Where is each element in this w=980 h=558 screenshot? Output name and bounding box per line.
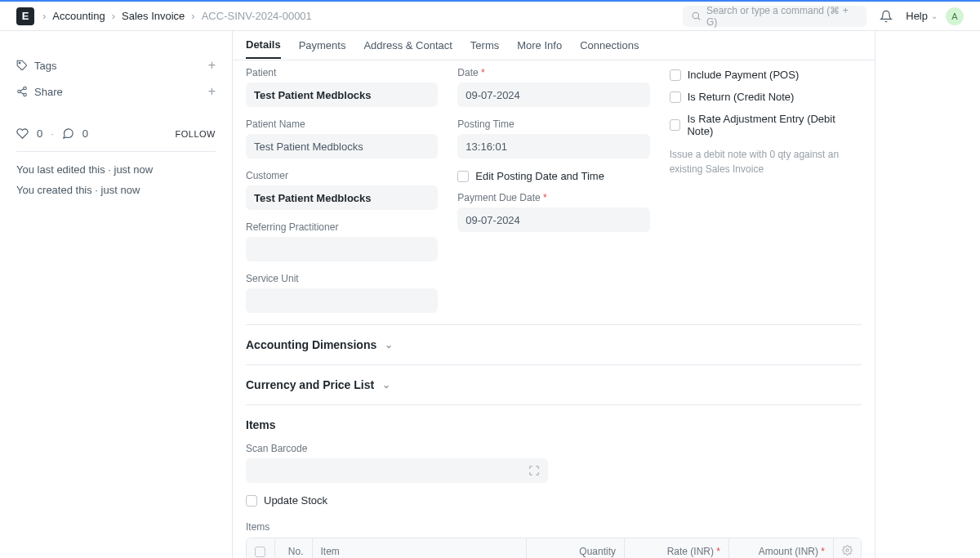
items-table: No. Item Quantity Rate (INR) * Amount (I… bbox=[246, 538, 862, 558]
checkbox-icon bbox=[670, 69, 681, 81]
is-return-checkbox[interactable]: Is Return (Credit Note) bbox=[670, 91, 862, 103]
service-unit-field[interactable] bbox=[246, 288, 438, 313]
date-label: Date * bbox=[457, 67, 649, 78]
col-item: Item bbox=[312, 538, 527, 558]
col-amount: Amount (INR) * bbox=[729, 538, 834, 558]
scan-barcode-field[interactable] bbox=[246, 458, 548, 483]
customer-label: Customer bbox=[246, 170, 438, 181]
chevron-right-icon: › bbox=[191, 10, 194, 22]
share-icon bbox=[16, 86, 28, 97]
sidebar-share-label: Share bbox=[34, 86, 63, 98]
svg-point-4 bbox=[18, 90, 21, 93]
last-edited-meta: You last edited this · just now bbox=[16, 163, 216, 176]
form-tabs: Details Payments Address & Contact Terms… bbox=[233, 31, 875, 60]
referring-practitioner-field[interactable] bbox=[246, 237, 438, 261]
update-stock-checkbox[interactable]: Update Stock bbox=[246, 494, 862, 507]
sidebar-share[interactable]: Share + bbox=[16, 78, 216, 105]
checkbox-icon bbox=[246, 495, 257, 507]
customer-field[interactable]: Test Patient Medblocks bbox=[246, 185, 438, 210]
col-no: No. bbox=[274, 538, 312, 558]
is-rate-adjustment-checkbox[interactable]: Is Rate Adjustment Entry (Debit Note) bbox=[670, 113, 862, 137]
section-currency-pricelist[interactable]: Currency and Price List ⌄ bbox=[246, 364, 862, 404]
heart-icon[interactable] bbox=[16, 127, 29, 140]
tab-payments[interactable]: Payments bbox=[299, 39, 346, 58]
user-avatar[interactable]: A bbox=[946, 7, 964, 25]
created-meta: You created this · just now bbox=[16, 184, 216, 196]
checkbox-icon bbox=[670, 92, 681, 103]
tag-icon bbox=[16, 60, 28, 71]
app-logo[interactable]: E bbox=[16, 7, 34, 25]
rate-adjustment-hint: Issue a debit note with 0 qty against an… bbox=[670, 147, 862, 176]
posting-time-field[interactable]: 13:16:01 bbox=[457, 134, 649, 158]
add-tag-button[interactable]: + bbox=[208, 58, 216, 73]
breadcrumb-sales-invoice[interactable]: Sales Invoice bbox=[122, 10, 185, 22]
checkbox-icon bbox=[457, 171, 469, 182]
payment-due-label: Payment Due Date * bbox=[457, 192, 649, 203]
include-pos-checkbox[interactable]: Include Payment (POS) bbox=[670, 69, 862, 81]
section-accounting-dimensions[interactable]: Accounting Dimensions ⌄ bbox=[246, 324, 862, 364]
add-share-button[interactable]: + bbox=[208, 84, 216, 99]
breadcrumb: › Accounting › Sales Invoice › ACC-SINV-… bbox=[42, 10, 312, 22]
date-field[interactable]: 09-07-2024 bbox=[457, 83, 649, 107]
sidebar-tags-label: Tags bbox=[34, 60, 56, 72]
follow-button[interactable]: FOLLOW bbox=[176, 129, 216, 139]
help-menu[interactable]: Help ⌄ bbox=[906, 10, 938, 22]
edit-posting-checkbox[interactable]: Edit Posting Date and Time bbox=[457, 170, 649, 182]
patient-field[interactable]: Test Patient Medblocks bbox=[246, 83, 438, 107]
svg-point-3 bbox=[24, 87, 27, 90]
breadcrumb-current: ACC-SINV-2024-00001 bbox=[202, 10, 312, 22]
section-items-title: Items bbox=[246, 404, 862, 440]
svg-line-7 bbox=[20, 92, 24, 94]
gear-icon bbox=[842, 545, 853, 556]
likes-count: 0 bbox=[37, 127, 42, 140]
svg-point-5 bbox=[24, 93, 27, 96]
chevron-right-icon: › bbox=[112, 10, 115, 22]
payment-due-field[interactable]: 09-07-2024 bbox=[457, 208, 649, 232]
patient-name-field[interactable]: Test Patient Medblocks bbox=[246, 134, 438, 158]
chevron-down-icon: ⌄ bbox=[382, 379, 390, 391]
tab-details[interactable]: Details bbox=[246, 38, 281, 59]
comments-count: 0 bbox=[82, 127, 88, 140]
svg-point-8 bbox=[846, 549, 849, 551]
patient-label: Patient bbox=[246, 67, 438, 78]
checkbox-icon bbox=[670, 119, 681, 131]
select-all-checkbox[interactable] bbox=[255, 547, 265, 557]
global-search[interactable]: Search or type a command (⌘ + G) bbox=[683, 6, 866, 27]
bell-icon bbox=[880, 10, 893, 23]
search-placeholder: Search or type a command (⌘ + G) bbox=[706, 5, 858, 28]
comment-icon[interactable] bbox=[62, 127, 74, 140]
svg-line-6 bbox=[20, 89, 24, 91]
items-table-label: Items bbox=[246, 521, 862, 533]
expand-icon[interactable] bbox=[528, 465, 540, 476]
svg-line-1 bbox=[698, 18, 700, 20]
col-quantity: Quantity bbox=[527, 538, 625, 558]
search-icon bbox=[691, 11, 702, 21]
notifications-button[interactable] bbox=[875, 5, 898, 28]
sidebar-tags[interactable]: Tags + bbox=[16, 52, 216, 78]
referring-practitioner-label: Referring Practitioner bbox=[246, 221, 438, 233]
tab-more-info[interactable]: More Info bbox=[517, 39, 562, 58]
col-rate: Rate (INR) * bbox=[625, 538, 729, 558]
service-unit-label: Service Unit bbox=[246, 273, 438, 284]
posting-time-label: Posting Time bbox=[457, 118, 649, 130]
tab-address-contact[interactable]: Address & Contact bbox=[363, 39, 452, 58]
chevron-down-icon: ⌄ bbox=[931, 11, 938, 20]
breadcrumb-accounting[interactable]: Accounting bbox=[52, 10, 105, 22]
table-settings-button[interactable] bbox=[834, 538, 862, 558]
patient-name-label: Patient Name bbox=[246, 118, 438, 130]
scan-barcode-label: Scan Barcode bbox=[246, 443, 862, 454]
chevron-right-icon: › bbox=[42, 10, 46, 22]
tab-connections[interactable]: Connections bbox=[580, 39, 639, 58]
svg-point-2 bbox=[19, 62, 20, 64]
chevron-down-icon: ⌄ bbox=[385, 339, 393, 350]
svg-point-0 bbox=[693, 12, 698, 18]
tab-terms[interactable]: Terms bbox=[470, 39, 499, 58]
help-label: Help bbox=[906, 10, 928, 22]
